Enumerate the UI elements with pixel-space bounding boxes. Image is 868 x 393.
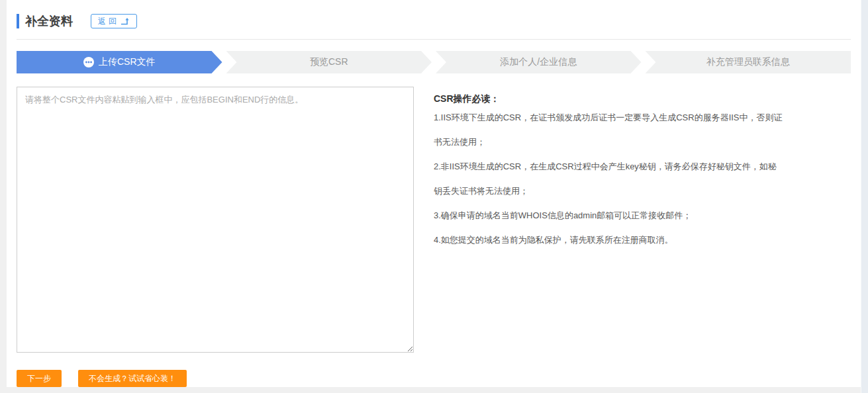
notice-line: 2.非IIS环境生成的CSR，在生成CSR过程中会产生key秘钥，请务必保存好秘… xyxy=(434,154,811,179)
footer-actions: 下一步 不会生成？试试省心装！ xyxy=(17,370,851,387)
easy-install-button[interactable]: 不会生成？试试省心装！ xyxy=(78,370,187,387)
step-upload-csr[interactable]: 上传CSR文件 xyxy=(17,51,222,73)
page-header: 补全资料 返回 xyxy=(17,0,851,33)
step-label: 补充管理员联系信息 xyxy=(706,56,790,68)
csr-notice-panel: CSR操作必读： 1.IIS环境下生成的CSR，在证书颁发成功后证书一定要导入生… xyxy=(434,87,811,252)
header-divider xyxy=(17,39,851,40)
step-add-info[interactable]: 添加个人/企业信息 xyxy=(436,51,642,73)
step-label: 上传CSR文件 xyxy=(99,56,156,68)
notice-line: 书无法使用； xyxy=(434,130,811,154)
page-scrollbar[interactable] xyxy=(861,0,868,393)
notice-line: 钥丢失证书将无法使用； xyxy=(434,179,811,203)
step-preview-csr[interactable]: 预览CSR xyxy=(226,51,432,73)
notice-title: CSR操作必读： xyxy=(434,92,811,105)
step-label: 预览CSR xyxy=(310,56,348,68)
notice-line: 3.确保申请的域名当前WHOIS信息的admin邮箱可以正常接收邮件； xyxy=(434,203,811,228)
back-button-label: 返回 xyxy=(98,16,119,27)
page-title: 补全资料 xyxy=(17,14,73,28)
step-admin-contact[interactable]: 补充管理员联系信息 xyxy=(646,51,851,73)
main-content: CSR操作必读： 1.IIS环境下生成的CSR，在证书颁发成功后证书一定要导入生… xyxy=(17,87,851,353)
content-panel: 补全资料 返回 上传CSR文件 预览CSR 添加个人/企业信息 xyxy=(7,0,861,387)
next-step-button[interactable]: 下一步 xyxy=(17,370,62,387)
return-arrow-icon xyxy=(121,17,130,25)
ellipsis-circle-icon xyxy=(83,57,94,67)
step-label: 添加个人/企业信息 xyxy=(500,56,577,68)
notice-line: 1.IIS环境下生成的CSR，在证书颁发成功后证书一定要导入生成CSR的服务器I… xyxy=(434,105,811,130)
notice-line: 4.如您提交的域名当前为隐私保护，请先联系所在注册商取消。 xyxy=(434,228,811,252)
step-wizard: 上传CSR文件 预览CSR 添加个人/企业信息 补充管理员联系信息 xyxy=(17,51,851,73)
back-button[interactable]: 返回 xyxy=(91,14,137,28)
csr-input[interactable] xyxy=(17,87,414,353)
